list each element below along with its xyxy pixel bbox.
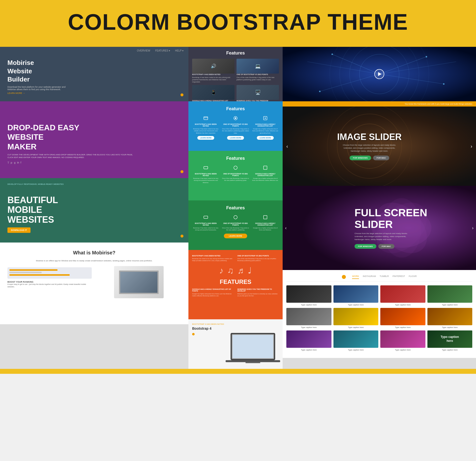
feature-heading-2: ONE OF BOOTSTRAP 4'S BIG POINTS [237,74,279,75]
mobirise-link[interactable]: LEARN MORE → [7,92,65,94]
bootstrap-dot [192,333,195,335]
gallery-nav-pinterest[interactable]: PINTEREST [392,275,405,279]
gallery-item-11: Type caption here [380,330,425,351]
orange-dot-3 [180,235,183,238]
gallery-caption-4: Type caption here [427,304,473,306]
features-blue-cols: BOOTSTRAP 4 HAS BEEN NOTED Bootstrap 4 h… [192,114,279,140]
gallery-item-10: Type caption here [333,330,379,351]
twitter-icon[interactable]: 𝕋 [7,161,9,164]
slider-mac-btn[interactable]: FOR MAC [373,156,389,160]
fs-arrow-left[interactable]: ‹ [285,225,287,231]
gallery-nav-flickr[interactable]: FLICKR [409,275,417,279]
svg-rect-17 [245,362,260,363]
feat-ocol-text-2: One of the main Bootstrap 4 big points i… [238,258,279,262]
feature-heading-3: GOOGLE HAS A HIGHLY EXHAUSTIVE LIST [192,100,235,101]
slider-subtitle: Choose from the large selection of layou… [337,144,402,153]
gallery-thumb-9[interactable] [286,330,331,348]
features-green-section: Features BOOTSTRAP 4 HAS BEEN NOTED Boot… [188,151,283,200]
feat-col-title-3: GOOGLE HAS A HIGHLY EXHAUSTIVE LIST [252,123,279,127]
fs-win-btn[interactable]: FOR WINDOWS [355,244,376,249]
feat-gcol-title-1: BOOTSTRAP 4 HAS BEEN NOTED [192,173,219,176]
slider-arrow-left[interactable]: ‹ [286,143,288,149]
svg-point-31 [443,83,445,85]
gallery-caption-8: Type caption here [427,326,473,328]
gallery-thumb-7[interactable] [380,308,425,325]
learn-more-btn-2[interactable]: LEARN MORE [227,136,244,140]
feat-ocol-4: MOBIRISE GIVES YOU THE FREEDOM TO DEVELO… [238,288,279,297]
google-icon[interactable]: 𝕘 [14,161,16,164]
gallery-caption-10: Type caption here [333,349,379,351]
gallery-thumb-2[interactable] [333,285,379,303]
pinterest-icon[interactable]: 𝕡 [11,161,12,164]
feat-ocol-title-4: MOBIRISE GIVES YOU THE FREEDOM TO DEVELO… [238,288,279,292]
learn-more-btn-1[interactable]: LEARN MORE [197,136,214,140]
purple-content: DROP-DEAD EASYWEBSITEMAKER CUT DOWN THE … [7,115,133,164]
dash-row-3 [9,274,90,276]
slider-content: IMAGE SLIDER Choose from the large selec… [337,132,402,161]
features-orange-top: BOOTSTRAP 4 HAS BEEN NOTED Bootstrap has… [192,255,279,262]
features-dark-title: Features [192,51,279,56]
gallery-thumb-8[interactable] [427,308,473,325]
typo-caption-hero-text: Typo captionhero [441,335,459,343]
bootstrap-label: BOOTSTRAP 4 HAS BEEN NOTED [192,323,279,325]
gallery-caption-5: Type caption here [286,326,331,328]
feat-gcol-3: GOOGLE HAS A HIGHLY EXHAUSTIVE LIST Goog… [252,164,279,184]
play-button[interactable] [374,69,384,79]
slider-win-btn[interactable]: FOR WINDOWS [350,156,371,160]
gallery-thumb-5[interactable] [286,308,331,325]
gallery-nav-instagram[interactable]: INSTAGRAM [363,275,376,279]
gallery-nav-tumblr[interactable]: TUMBLR [380,275,389,279]
fs-arrow-right[interactable]: › [472,225,474,231]
slider-arrow-right[interactable]: › [471,143,472,149]
feat-dgcol-text-2: One of the main Bootstrap 4 big points i… [222,227,249,231]
gallery-thumb-12[interactable]: Typo captionhero [427,330,473,348]
svg-point-11 [234,216,237,219]
feature-heading-4: MOBIRISE GIVES YOU THE FREEDOM [237,100,279,101]
svg-rect-15 [233,335,273,358]
feat-gcol-1: BOOTSTRAP 4 HAS BEEN NOTED Bootstrap 4 h… [192,164,219,184]
feature-thumb-4: 🖥️ [237,85,279,100]
gallery-caption-6: Type caption here [333,326,379,328]
dash-bar-2 [9,272,42,273]
fs-buttons: FOR WINDOWS FOR MAC [355,244,427,249]
feat-dgcol-text-1: Bootstrap 4 has been noted to be very st… [192,227,219,231]
slider-title: IMAGE SLIDER [337,132,402,142]
feat-col-3: GOOGLE HAS A HIGHLY EXHAUSTIVE LIST Goog… [252,114,279,140]
gallery-row-3: Type caption here Type caption here Type… [286,330,472,351]
feat-col-text-2: One of the main Bootstrap 4 big points i… [222,128,249,134]
gallery-caption-11: Type caption here [380,349,425,351]
gallery-logo-dot [342,275,346,279]
footer [0,369,476,374]
nav-item-features[interactable]: FEATURES ▾ [155,49,170,52]
gallery-thumb-11[interactable] [380,330,425,348]
feat-gcol-text-3: Google has a highly exhaustive list of f… [252,177,279,182]
gallery-thumb-10[interactable] [333,330,379,348]
nav-item-help[interactable]: HELP ▾ [175,49,183,52]
learn-more-btn-3[interactable]: LEARN MORE [257,136,273,140]
teal-section: DEVELOP FULLY RESPONSIVE, MOBILE-READY W… [0,178,188,243]
svg-point-32 [319,91,321,92]
nav-item-overview[interactable]: OVERVIEW [137,49,150,52]
gallery-thumb-3[interactable] [380,285,425,303]
gallery-thumb-6[interactable] [333,308,379,325]
what-right-panel [97,266,181,298]
gallery-item-6: Type caption here [333,308,379,328]
dash-bar-1 [9,269,58,271]
feat-ocol-2: ONE OF BOOTSTRAP 4'S BIG POINTS One of t… [238,255,279,262]
download-button[interactable]: DOWNLOAD IT [7,227,30,233]
orange-banner: You know this framework and with it you … [283,101,476,107]
feat-dgcol-title-2: ONE OF BOOTSTRAP 4'S BIG POINTS [222,222,249,226]
facebook-icon[interactable]: f [21,161,21,164]
gallery-thumb-1[interactable] [286,285,331,303]
linkedin-icon[interactable]: in [17,161,19,164]
gallery-item-2: Type caption here [333,285,379,306]
gallery-nav-work[interactable]: WORK [352,275,359,279]
svg-rect-0 [204,117,208,120]
gallery-thumb-4[interactable] [427,285,473,303]
fs-mac-btn[interactable]: FOR MAC [378,244,394,249]
features-dg-cols: BOOTSTRAP 4 HAS BEEN NOTED Bootstrap 4 h… [192,214,279,231]
gallery-logo [342,275,346,279]
feature-thumb-3: 📱 [192,85,235,100]
feat-gicon-3 [262,164,269,171]
learn-more-dg[interactable]: LEARN MORE [224,234,247,238]
